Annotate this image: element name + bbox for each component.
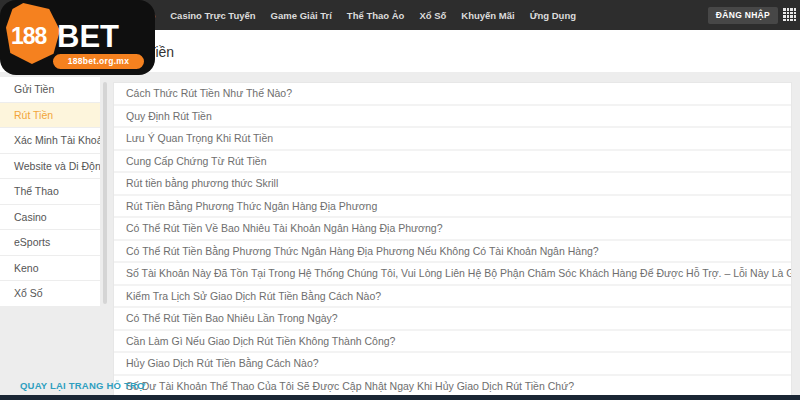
sidebar-item-1[interactable]: Rút Tiền xyxy=(0,103,100,129)
apps-grid-icon[interactable] xyxy=(783,8,796,21)
apps-grid-cell xyxy=(790,8,793,11)
back-to-support-link[interactable]: QUAY LẠI TRANG HỖ TRỢ xyxy=(20,380,145,391)
sidebar: Gửi TiềnRút TiềnXác Minh Tài KhoảnWebsit… xyxy=(0,77,100,307)
faq-question-5[interactable]: Rút Tiền Bằng Phương Thức Ngân Hàng Địa … xyxy=(114,196,791,219)
logo-name: BET xyxy=(57,19,119,55)
sidebar-item-8[interactable]: Xổ Số xyxy=(0,281,100,307)
nav-item-1[interactable]: Casino Trực Tuyến xyxy=(170,10,255,21)
faq-question-4[interactable]: Rút tiền bằng phương thức Skrill xyxy=(114,173,791,196)
apps-grid-cell xyxy=(790,12,793,15)
faq-question-0[interactable]: Cách Thức Rút Tiền Như Thế Nào? xyxy=(114,83,791,106)
faq-question-2[interactable]: Lưu Ý Quan Trọng Khi Rút Tiền xyxy=(114,128,791,151)
sidebar-item-5[interactable]: Casino xyxy=(0,205,100,231)
apps-grid-cell xyxy=(794,19,797,22)
sidebar-item-4[interactable]: Thể Thao xyxy=(0,179,100,205)
faq-question-8[interactable]: Số Tài Khoản Này Đã Tồn Tại Trong Hệ Thố… xyxy=(114,263,791,286)
faq-question-11[interactable]: Cần Làm Gì Nếu Giao Dịch Rút Tiền Không … xyxy=(114,331,791,354)
faq-question-6[interactable]: Có Thể Rút Tiền Về Bao Nhiêu Tài Khoản N… xyxy=(114,218,791,241)
login-button[interactable]: ĐĂNG NHẬP xyxy=(708,7,778,24)
sidebar-item-2[interactable]: Xác Minh Tài Khoản xyxy=(0,128,100,154)
nav-item-4[interactable]: Xổ Số xyxy=(419,10,446,21)
faq-question-1[interactable]: Quy Định Rút Tiền xyxy=(114,106,791,129)
apps-grid-cell xyxy=(787,15,790,18)
apps-grid-cell xyxy=(787,12,790,15)
apps-grid-cell xyxy=(787,8,790,11)
nav-item-6[interactable]: Ứng Dụng xyxy=(530,10,576,21)
faq-panel: Cách Thức Rút Tiền Như Thế Nào?Quy Định … xyxy=(113,82,792,397)
sidebar-item-7[interactable]: Keno xyxy=(0,256,100,282)
sidebar-item-0[interactable]: Gửi Tiền xyxy=(0,77,100,103)
nav-item-3[interactable]: Thể Thao Ảo xyxy=(347,10,405,21)
faq-question-9[interactable]: Kiểm Tra Lịch Sử Giao Dịch Rút Tiền Bằng… xyxy=(114,286,791,309)
faq-question-10[interactable]: Có Thể Rút Tiền Bao Nhiêu Lần Trong Ngày… xyxy=(114,308,791,331)
apps-grid-cell xyxy=(790,15,793,18)
bottom-navy-bar xyxy=(0,395,800,400)
apps-grid-cell xyxy=(790,19,793,22)
apps-grid-cell xyxy=(783,15,786,18)
apps-grid-cell xyxy=(794,15,797,18)
page: Thể ThaoCasino Trực TuyếnGame Giải TríTh… xyxy=(0,0,800,400)
sidebar-item-3[interactable]: Website và Di Động xyxy=(0,154,100,180)
sidebar-scrollbar[interactable] xyxy=(103,82,107,304)
logo-domain-pill: 188bet.org.mx xyxy=(51,52,146,71)
brand-logo[interactable]: 188 BET 188bet.org.mx xyxy=(0,0,155,75)
apps-grid-cell xyxy=(783,8,786,11)
apps-grid-cell xyxy=(783,12,786,15)
apps-grid-cell xyxy=(794,12,797,15)
apps-grid-cell xyxy=(794,8,797,11)
sidebar-item-6[interactable]: eSports xyxy=(0,230,100,256)
nav-item-5[interactable]: Khuyến Mãi xyxy=(461,10,514,21)
main-nav: Thể ThaoCasino Trực TuyếnGame Giải TríTh… xyxy=(113,0,576,30)
faq-question-13[interactable]: Số Dư Tài Khoản Thể Thao Của Tôi Sẽ Được… xyxy=(114,376,791,397)
faq-question-7[interactable]: Có Thể Rút Tiền Bằng Phương Thức Ngân Hà… xyxy=(114,241,791,264)
faq-question-12[interactable]: Hủy Giao Dịch Rút Tiền Bằng Cách Nào? xyxy=(114,353,791,376)
apps-grid-cell xyxy=(783,19,786,22)
logo-number: 188 xyxy=(11,23,46,50)
apps-grid-cell xyxy=(787,19,790,22)
nav-item-2[interactable]: Game Giải Trí xyxy=(271,10,332,21)
faq-question-3[interactable]: Cung Cấp Chứng Từ Rút Tiền xyxy=(114,151,791,174)
